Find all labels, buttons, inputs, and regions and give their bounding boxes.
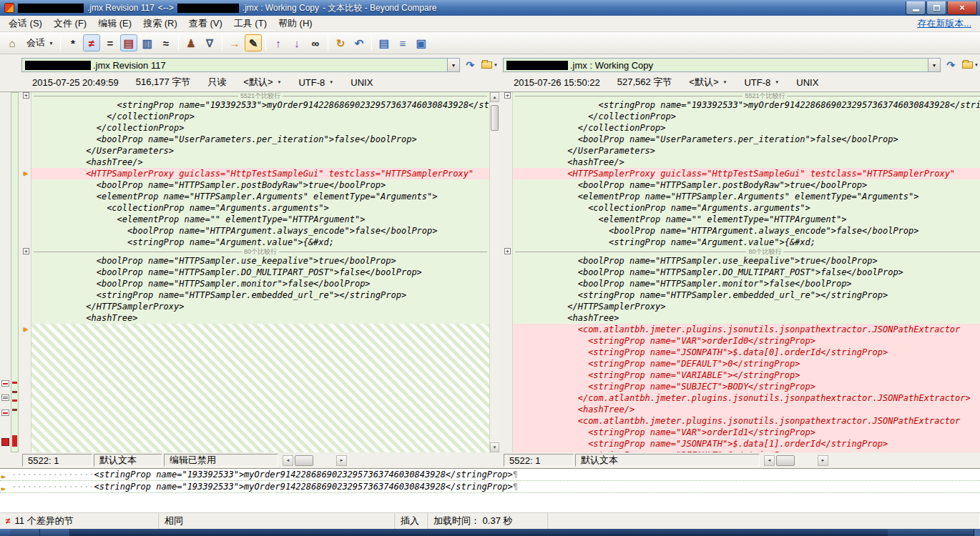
code-line[interactable]: <boolProp name="HTTPSampler.use_keepaliv…	[503, 255, 980, 267]
fold-toggle[interactable]: +	[504, 92, 511, 99]
display-mode-button[interactable]: ▥	[139, 34, 156, 51]
code-line[interactable]: </HTTPSamplerProxy>	[503, 301, 980, 312]
stats-button[interactable]: ≡	[394, 34, 411, 51]
code-line[interactable]: <stringProp name="HTTPSampler.embedded_u…	[21, 289, 489, 301]
menu-item[interactable]: 搜索 (R)	[137, 16, 183, 30]
code-line[interactable]: <stringProp name="DEFAULT">0</stringProp…	[503, 450, 980, 452]
section-thumbnail[interactable]	[1, 438, 9, 446]
find-button[interactable]: ∞	[307, 34, 324, 51]
section-thumbnail[interactable]	[1, 380, 9, 387]
menu-item[interactable]: 编辑 (E)	[92, 16, 137, 30]
taskbar-item[interactable]	[40, 529, 70, 536]
code-line[interactable]: <HTTPSamplerProxy guiclass="HttpTestSamp…	[503, 168, 980, 179]
menu-item[interactable]: 文件 (F)	[48, 16, 92, 30]
code-line[interactable]: </collectionProp>	[503, 111, 980, 122]
code-line[interactable]: ►<HTTPSamplerProxy guiclass="HttpTestSam…	[21, 168, 489, 179]
section-thumbnail[interactable]	[1, 410, 9, 416]
code-line[interactable]: <com.atlantbh.jmeter.plugins.jsonutils.j…	[503, 415, 980, 427]
scrollbar-thumb[interactable]	[776, 455, 795, 466]
code-line[interactable]: <collectionProp name="Arguments.argument…	[503, 202, 980, 214]
code-line[interactable]: <stringProp name="SUBJECT">BODY</stringP…	[503, 381, 980, 392]
new-version-link[interactable]: 存在新版本...	[917, 17, 971, 30]
code-line[interactable]: <boolProp name="UserParameters.per_itera…	[503, 134, 980, 145]
menu-item[interactable]: 工具 (T)	[228, 16, 273, 30]
edit-button[interactable]: ✎	[245, 34, 262, 51]
code-line[interactable]: <hashTree/>	[503, 404, 980, 415]
code-line[interactable]: <boolProp name="HTTPSampler.postBodyRaw"…	[21, 179, 489, 191]
code-line[interactable]: <boolProp name="UserParameters.per_itera…	[21, 134, 489, 145]
code-line[interactable]: <stringProp name="Argument.value">{&#xd;	[503, 237, 980, 248]
fold-toggle[interactable]: +	[23, 92, 29, 99]
code-line[interactable]: <collectionProp name="Arguments.argument…	[21, 202, 489, 214]
code-line[interactable]: <stringProp name="193392533">myOrder9142…	[503, 99, 980, 111]
diff-location-mark[interactable]	[12, 382, 17, 384]
home-button[interactable]: ⌂	[4, 34, 21, 51]
code-line[interactable]: <boolProp name="HTTPSampler.monitor">fal…	[21, 278, 489, 289]
code-line[interactable]: <boolProp name="HTTPArgument.always_enco…	[503, 225, 980, 237]
code-line[interactable]: <stringProp name="VARIABLE"></stringProp…	[503, 369, 980, 381]
scrollbar-thumb[interactable]	[295, 455, 313, 466]
section-thumbnail[interactable]	[1, 394, 9, 401]
diff-location-mark[interactable]	[12, 391, 17, 393]
scroll-up-button[interactable]: ▲	[490, 92, 499, 102]
scrollbar-track[interactable]	[775, 455, 818, 466]
scrollbar-thumb[interactable]	[491, 105, 499, 131]
scroll-right-button[interactable]: ►	[818, 455, 828, 466]
menu-item[interactable]: 会话 (S)	[3, 16, 48, 30]
code-line[interactable]: <boolProp name="HTTPArgument.always_enco…	[21, 225, 489, 237]
code-line[interactable]: <stringProp name="VAR">orderId0</stringP…	[503, 335, 980, 347]
detail-line[interactable]: ►················<stringProp name="19339…	[0, 469, 980, 481]
scrollbar-track[interactable]	[293, 455, 336, 466]
code-line[interactable]: </collectionProp>	[21, 122, 489, 134]
minimize-button[interactable]	[906, 1, 926, 15]
fold-toggle[interactable]: +	[504, 248, 511, 254]
swap-sides-button[interactable]: ↻	[332, 34, 349, 51]
code-line[interactable]: <boolProp name="HTTPSampler.postBodyRaw"…	[503, 179, 980, 191]
fold-toggle[interactable]: +	[23, 248, 29, 254]
close-button[interactable]: ×	[947, 1, 977, 15]
code-line[interactable]: <boolProp name="HTTPSampler.DO_MULTIPART…	[21, 267, 489, 278]
left-encoding-dropdown[interactable]: UTF-8▼	[298, 77, 333, 88]
left-editor-pane[interactable]: +5521个比较行<stringProp name="193392533">my…	[21, 92, 499, 452]
taskbar-item[interactable]	[10, 529, 40, 536]
show-same-button[interactable]: =	[102, 34, 119, 51]
right-encoding-dropdown[interactable]: UTF-8▼	[744, 77, 779, 88]
scroll-right-button[interactable]: ►	[336, 455, 347, 466]
scrollbar-track[interactable]	[490, 102, 499, 442]
diff-location-mark[interactable]	[12, 409, 17, 411]
copy-to-right-button[interactable]: →	[226, 34, 243, 51]
code-line[interactable]: <stringProp name="JSONPATH">$.data[1].or…	[503, 438, 980, 450]
windows-taskbar[interactable]	[0, 529, 980, 536]
maximize-button[interactable]	[926, 1, 946, 15]
code-line[interactable]: <hashTree>	[503, 312, 980, 324]
right-horizontal-scrollbar[interactable]: ◄ ►	[764, 455, 828, 466]
rules-button[interactable]: ♟	[182, 34, 200, 51]
code-line[interactable]: <stringProp name="Argument.value">{&#xd;	[21, 237, 489, 248]
show-desktop-button[interactable]	[974, 529, 980, 536]
system-tray[interactable]	[888, 529, 974, 536]
code-line[interactable]: <hashTree/>	[503, 157, 980, 168]
previous-diff-button[interactable]: ↑	[270, 34, 287, 51]
code-line[interactable]: <elementProp name="" elementType="HTTPAr…	[21, 214, 489, 225]
code-line[interactable]: <stringProp name="HTTPSampler.embedded_u…	[503, 289, 980, 301]
code-line[interactable]: <boolProp name="HTTPSampler.DO_MULTIPART…	[503, 267, 980, 278]
menu-item[interactable]: 帮助 (H)	[273, 16, 318, 30]
code-line[interactable]: </collectionProp>	[21, 111, 489, 122]
code-line[interactable]: <elementProp name="HTTPSampler.Arguments…	[503, 191, 980, 202]
code-line[interactable]: </UserParameters>	[503, 145, 980, 157]
code-line[interactable]: <boolProp name="HTTPSampler.use_keepaliv…	[21, 255, 489, 267]
right-editor-pane[interactable]: +5521个比较行<stringProp name="193392533">my…	[503, 92, 980, 452]
browser-button[interactable]: ▣	[413, 34, 430, 51]
titlebar[interactable]: .jmx Revision 117 <--> .jmx : Working Co…	[0, 0, 980, 16]
left-vertical-scrollbar[interactable]: ▲ ▼	[489, 92, 499, 452]
diff-location-mark[interactable]	[12, 435, 17, 447]
right-path-combo[interactable]: .jmx : Working Copy ▼	[503, 58, 941, 72]
diff-location-mark[interactable]	[12, 399, 17, 402]
code-line[interactable]: <boolProp name="HTTPSampler.monitor">fal…	[503, 278, 980, 289]
code-line[interactable]: <hashTree>	[21, 312, 489, 324]
undo-button[interactable]: ↶	[351, 34, 368, 51]
code-line[interactable]: </collectionProp>	[503, 122, 980, 134]
show-all-button[interactable]: *	[64, 34, 82, 51]
right-format-dropdown[interactable]: <默认>▼	[689, 76, 727, 89]
code-line[interactable]: <stringProp name="JSONPATH">$.data[0].or…	[503, 347, 980, 358]
